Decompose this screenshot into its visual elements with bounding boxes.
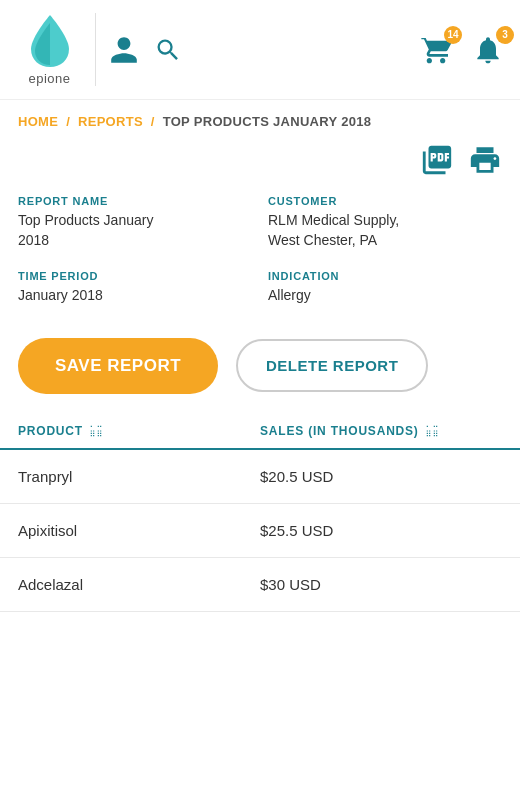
report-details: REPORT NAME Top Products January 2018 CU… (0, 187, 520, 322)
table-row: Adcelazal$30 USD (0, 558, 520, 612)
breadcrumb-sep2: / (151, 114, 155, 129)
breadcrumb: HOME / REPORTS / TOP PRODUCTS JANUARY 20… (0, 100, 520, 139)
print-icon-button[interactable] (468, 143, 502, 177)
products-table: PRODUCT SALES (IN THOUSANDS) Tranpryl$20… (0, 414, 520, 632)
sales-filter-icon[interactable] (425, 424, 439, 438)
report-name-group: REPORT NAME Top Products January 2018 (18, 195, 252, 250)
indication-group: INDICATION Allergy (268, 270, 502, 306)
bell-icon-button[interactable]: 3 (472, 34, 504, 66)
report-name-label: REPORT NAME (18, 195, 252, 207)
indication-label: INDICATION (268, 270, 502, 282)
header: epione 14 3 (0, 0, 520, 100)
breadcrumb-home[interactable]: HOME (18, 114, 58, 129)
cell-product: Adcelazal (18, 576, 260, 593)
logo-area: epione (16, 13, 96, 86)
table-row: Apixitisol$25.5 USD (0, 504, 520, 558)
report-name-value: Top Products January 2018 (18, 211, 252, 250)
search-icon-button[interactable] (154, 36, 182, 64)
logo-icon (27, 13, 73, 69)
toolbar-row (0, 139, 520, 187)
time-period-label: TIME PERIOD (18, 270, 252, 282)
cart-icon-button[interactable]: 14 (420, 34, 452, 66)
col-sales-header: SALES (IN THOUSANDS) (260, 424, 502, 438)
cell-sales: $20.5 USD (260, 468, 502, 485)
cell-product: Tranpryl (18, 468, 260, 485)
product-filter-icon[interactable] (89, 424, 103, 438)
pdf-icon-button[interactable] (420, 143, 454, 177)
col-product-header: PRODUCT (18, 424, 260, 438)
header-right-icons: 14 3 (420, 34, 504, 66)
breadcrumb-sep1: / (66, 114, 70, 129)
cell-product: Apixitisol (18, 522, 260, 539)
delete-report-button[interactable]: DELETE REPORT (236, 339, 428, 392)
table-row: Tranpryl$20.5 USD (0, 450, 520, 504)
table-header: PRODUCT SALES (IN THOUSANDS) (0, 414, 520, 450)
time-period-group: TIME PERIOD January 2018 (18, 270, 252, 306)
cell-sales: $30 USD (260, 576, 502, 593)
save-report-button[interactable]: SAVE REPORT (18, 338, 218, 394)
breadcrumb-reports[interactable]: REPORTS (78, 114, 143, 129)
indication-value: Allergy (268, 286, 502, 306)
bell-badge: 3 (496, 26, 514, 44)
table-body: Tranpryl$20.5 USDApixitisol$25.5 USDAdce… (0, 450, 520, 612)
user-icon-button[interactable] (108, 34, 140, 66)
header-nav-icons (108, 34, 420, 66)
customer-group: CUSTOMER RLM Medical Supply, West Cheste… (268, 195, 502, 250)
app-name: epione (28, 71, 70, 86)
cart-badge: 14 (444, 26, 462, 44)
customer-value: RLM Medical Supply, West Chester, PA (268, 211, 502, 250)
breadcrumb-current: TOP PRODUCTS JANUARY 2018 (163, 114, 372, 129)
cell-sales: $25.5 USD (260, 522, 502, 539)
buttons-row: SAVE REPORT DELETE REPORT (0, 322, 520, 414)
customer-label: CUSTOMER (268, 195, 502, 207)
time-period-value: January 2018 (18, 286, 252, 306)
